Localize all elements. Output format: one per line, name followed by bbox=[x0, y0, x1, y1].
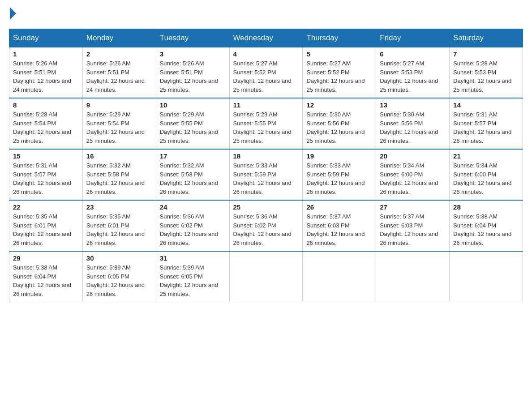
day-number: 2 bbox=[86, 50, 152, 58]
calendar-week-row: 29 Sunrise: 5:38 AMSunset: 6:04 PMDaylig… bbox=[9, 251, 523, 302]
calendar-day-cell: 23 Sunrise: 5:35 AMSunset: 6:01 PMDaylig… bbox=[82, 200, 156, 251]
day-info: Sunrise: 5:37 AMSunset: 6:03 PMDaylight:… bbox=[306, 212, 372, 247]
day-info: Sunrise: 5:28 AMSunset: 5:53 PMDaylight:… bbox=[453, 59, 519, 94]
day-info: Sunrise: 5:37 AMSunset: 6:03 PMDaylight:… bbox=[380, 212, 446, 247]
calendar-day-cell: 15 Sunrise: 5:31 AMSunset: 5:57 PMDaylig… bbox=[9, 149, 83, 200]
day-number: 3 bbox=[160, 50, 226, 58]
calendar-table: Sunday Monday Tuesday Wednesday Thursday… bbox=[9, 29, 523, 302]
calendar-day-cell: 24 Sunrise: 5:36 AMSunset: 6:02 PMDaylig… bbox=[156, 200, 229, 251]
calendar-day-cell bbox=[376, 251, 450, 302]
col-wednesday: Wednesday bbox=[229, 29, 303, 47]
day-info: Sunrise: 5:34 AMSunset: 6:00 PMDaylight:… bbox=[380, 161, 446, 196]
page-header bbox=[9, 9, 523, 20]
day-number: 16 bbox=[86, 152, 152, 160]
calendar-day-cell bbox=[450, 251, 523, 302]
calendar-day-cell: 5 Sunrise: 5:27 AMSunset: 5:52 PMDayligh… bbox=[303, 47, 376, 98]
day-number: 24 bbox=[160, 203, 226, 211]
calendar-day-cell: 16 Sunrise: 5:32 AMSunset: 5:58 PMDaylig… bbox=[82, 149, 156, 200]
calendar-day-cell: 14 Sunrise: 5:31 AMSunset: 5:57 PMDaylig… bbox=[450, 98, 523, 149]
day-number: 23 bbox=[86, 203, 152, 211]
calendar-day-cell: 1 Sunrise: 5:26 AMSunset: 5:51 PMDayligh… bbox=[9, 47, 83, 98]
calendar-day-cell: 10 Sunrise: 5:29 AMSunset: 5:55 PMDaylig… bbox=[156, 98, 229, 149]
day-number: 12 bbox=[306, 101, 372, 109]
calendar-day-cell: 18 Sunrise: 5:33 AMSunset: 5:59 PMDaylig… bbox=[229, 149, 303, 200]
calendar-day-cell: 17 Sunrise: 5:32 AMSunset: 5:58 PMDaylig… bbox=[156, 149, 229, 200]
day-info: Sunrise: 5:39 AMSunset: 6:05 PMDaylight:… bbox=[86, 263, 152, 298]
day-info: Sunrise: 5:32 AMSunset: 5:58 PMDaylight:… bbox=[86, 161, 152, 196]
day-info: Sunrise: 5:38 AMSunset: 6:04 PMDaylight:… bbox=[453, 212, 519, 247]
calendar-day-cell: 7 Sunrise: 5:28 AMSunset: 5:53 PMDayligh… bbox=[450, 47, 523, 98]
calendar-day-cell: 4 Sunrise: 5:27 AMSunset: 5:52 PMDayligh… bbox=[229, 47, 303, 98]
day-info: Sunrise: 5:28 AMSunset: 5:54 PMDaylight:… bbox=[13, 110, 79, 145]
calendar-day-cell: 11 Sunrise: 5:29 AMSunset: 5:55 PMDaylig… bbox=[229, 98, 303, 149]
col-monday: Monday bbox=[82, 29, 156, 47]
calendar-day-cell: 3 Sunrise: 5:26 AMSunset: 5:51 PMDayligh… bbox=[156, 47, 229, 98]
day-number: 1 bbox=[13, 50, 79, 58]
calendar-day-cell: 19 Sunrise: 5:33 AMSunset: 5:59 PMDaylig… bbox=[303, 149, 376, 200]
day-number: 31 bbox=[160, 254, 226, 262]
calendar-day-cell: 9 Sunrise: 5:29 AMSunset: 5:54 PMDayligh… bbox=[82, 98, 156, 149]
calendar-day-cell: 28 Sunrise: 5:38 AMSunset: 6:04 PMDaylig… bbox=[450, 200, 523, 251]
day-info: Sunrise: 5:26 AMSunset: 5:51 PMDaylight:… bbox=[160, 59, 226, 94]
day-info: Sunrise: 5:31 AMSunset: 5:57 PMDaylight:… bbox=[13, 161, 79, 196]
day-info: Sunrise: 5:32 AMSunset: 5:58 PMDaylight:… bbox=[160, 161, 226, 196]
day-number: 20 bbox=[380, 152, 446, 160]
calendar-day-cell: 22 Sunrise: 5:35 AMSunset: 6:01 PMDaylig… bbox=[9, 200, 83, 251]
calendar-day-cell: 25 Sunrise: 5:36 AMSunset: 6:02 PMDaylig… bbox=[229, 200, 303, 251]
day-number: 11 bbox=[233, 101, 299, 109]
day-number: 17 bbox=[160, 152, 226, 160]
day-number: 26 bbox=[306, 203, 372, 211]
day-info: Sunrise: 5:35 AMSunset: 6:01 PMDaylight:… bbox=[86, 212, 152, 247]
calendar-day-cell: 12 Sunrise: 5:30 AMSunset: 5:56 PMDaylig… bbox=[303, 98, 376, 149]
calendar-day-cell: 20 Sunrise: 5:34 AMSunset: 6:00 PMDaylig… bbox=[376, 149, 450, 200]
calendar-week-row: 22 Sunrise: 5:35 AMSunset: 6:01 PMDaylig… bbox=[9, 200, 523, 251]
day-info: Sunrise: 5:29 AMSunset: 5:55 PMDaylight:… bbox=[160, 110, 226, 145]
day-number: 13 bbox=[380, 101, 446, 109]
day-number: 6 bbox=[380, 50, 446, 58]
calendar-day-cell: 6 Sunrise: 5:27 AMSunset: 5:53 PMDayligh… bbox=[376, 47, 450, 98]
day-info: Sunrise: 5:31 AMSunset: 5:57 PMDaylight:… bbox=[453, 110, 519, 145]
day-info: Sunrise: 5:33 AMSunset: 5:59 PMDaylight:… bbox=[233, 161, 299, 196]
day-number: 29 bbox=[13, 254, 79, 262]
calendar-day-cell: 31 Sunrise: 5:39 AMSunset: 6:05 PMDaylig… bbox=[156, 251, 229, 302]
day-info: Sunrise: 5:36 AMSunset: 6:02 PMDaylight:… bbox=[233, 212, 299, 247]
day-number: 10 bbox=[160, 101, 226, 109]
calendar-day-cell bbox=[229, 251, 303, 302]
calendar-week-row: 15 Sunrise: 5:31 AMSunset: 5:57 PMDaylig… bbox=[9, 149, 523, 200]
day-number: 27 bbox=[380, 203, 446, 211]
day-info: Sunrise: 5:30 AMSunset: 5:56 PMDaylight:… bbox=[380, 110, 446, 145]
day-number: 15 bbox=[13, 152, 79, 160]
calendar-day-cell: 8 Sunrise: 5:28 AMSunset: 5:54 PMDayligh… bbox=[9, 98, 83, 149]
day-info: Sunrise: 5:36 AMSunset: 6:02 PMDaylight:… bbox=[160, 212, 226, 247]
day-info: Sunrise: 5:26 AMSunset: 5:51 PMDaylight:… bbox=[13, 59, 79, 94]
calendar-day-cell: 27 Sunrise: 5:37 AMSunset: 6:03 PMDaylig… bbox=[376, 200, 450, 251]
day-info: Sunrise: 5:30 AMSunset: 5:56 PMDaylight:… bbox=[306, 110, 372, 145]
col-thursday: Thursday bbox=[303, 29, 376, 47]
day-number: 9 bbox=[86, 101, 152, 109]
day-number: 18 bbox=[233, 152, 299, 160]
calendar-day-cell: 21 Sunrise: 5:34 AMSunset: 6:00 PMDaylig… bbox=[450, 149, 523, 200]
day-number: 7 bbox=[453, 50, 519, 58]
day-number: 22 bbox=[13, 203, 79, 211]
day-number: 19 bbox=[306, 152, 372, 160]
day-info: Sunrise: 5:33 AMSunset: 5:59 PMDaylight:… bbox=[306, 161, 372, 196]
calendar-day-cell: 13 Sunrise: 5:30 AMSunset: 5:56 PMDaylig… bbox=[376, 98, 450, 149]
logo bbox=[9, 9, 16, 20]
calendar-day-cell: 2 Sunrise: 5:26 AMSunset: 5:51 PMDayligh… bbox=[82, 47, 156, 98]
day-number: 30 bbox=[86, 254, 152, 262]
day-info: Sunrise: 5:39 AMSunset: 6:05 PMDaylight:… bbox=[160, 263, 226, 298]
col-saturday: Saturday bbox=[450, 29, 523, 47]
calendar-day-cell: 26 Sunrise: 5:37 AMSunset: 6:03 PMDaylig… bbox=[303, 200, 376, 251]
day-number: 8 bbox=[13, 101, 79, 109]
calendar-week-row: 1 Sunrise: 5:26 AMSunset: 5:51 PMDayligh… bbox=[9, 47, 523, 98]
day-info: Sunrise: 5:27 AMSunset: 5:53 PMDaylight:… bbox=[380, 59, 446, 94]
calendar-header-row: Sunday Monday Tuesday Wednesday Thursday… bbox=[9, 29, 523, 47]
day-number: 14 bbox=[453, 101, 519, 109]
col-friday: Friday bbox=[376, 29, 450, 47]
calendar-day-cell: 29 Sunrise: 5:38 AMSunset: 6:04 PMDaylig… bbox=[9, 251, 83, 302]
day-number: 28 bbox=[453, 203, 519, 211]
day-info: Sunrise: 5:38 AMSunset: 6:04 PMDaylight:… bbox=[13, 263, 79, 298]
day-info: Sunrise: 5:35 AMSunset: 6:01 PMDaylight:… bbox=[13, 212, 79, 247]
day-info: Sunrise: 5:26 AMSunset: 5:51 PMDaylight:… bbox=[86, 59, 152, 94]
col-sunday: Sunday bbox=[9, 29, 83, 47]
